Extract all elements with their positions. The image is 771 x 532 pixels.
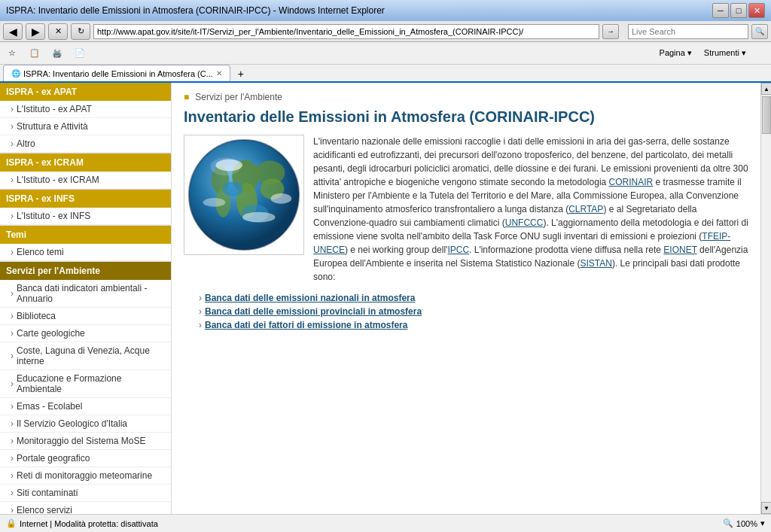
breadcrumb-separator: ■: [184, 92, 189, 102]
banca-dati-provinciali-link[interactable]: Banca dati delle emissioni provinciali i…: [205, 306, 422, 317]
svg-point-14: [211, 158, 241, 176]
body-text-5: ) e nei working group dell': [345, 245, 447, 255]
zoom-level: 100%: [736, 519, 757, 528]
sidebar-item-monitoraggio-mose[interactable]: Monitoraggio del Sistema MoSE: [0, 433, 171, 450]
tab-favicon: 🌐: [11, 69, 20, 78]
sidebar-item-siti-contaminati[interactable]: Siti contaminati: [0, 485, 171, 502]
clrtap-link[interactable]: CLRTAP: [568, 204, 603, 214]
tab-bar: 🌐 ISPRA: Inventario delle Emissioni in A…: [0, 65, 771, 83]
back-button[interactable]: ◀: [3, 23, 23, 40]
content-links: Banca dati delle emissioni nazionali in …: [199, 293, 748, 330]
address-bar: ◀ ▶ ✕ ↻ → 🔍: [0, 21, 771, 42]
sidebar-item-emas[interactable]: Emas - Ecolabel: [0, 398, 171, 415]
forward-button[interactable]: ▶: [26, 23, 45, 40]
corinair-link[interactable]: CORINAIR: [609, 177, 654, 187]
sidebar-item-istituto-icram[interactable]: L'Istituto - ex ICRAM: [0, 172, 171, 189]
sidebar-item-elenco-servizi[interactable]: Elenco servizi: [0, 502, 171, 514]
breadcrumb: ■ Servizi per l'Ambiente: [184, 92, 748, 102]
content-image: [184, 135, 304, 255]
sidebar-item-reti-monitoraggio[interactable]: Reti di monitoraggio meteomarine: [0, 467, 171, 485]
sidebar-item-elenco-temi[interactable]: Elenco temi: [0, 244, 171, 261]
sidebar-item-struttura[interactable]: Struttura e Attività: [0, 118, 171, 135]
content-text: L'inventario nazionale delle emissioni r…: [313, 135, 748, 284]
sidebar-item-coste[interactable]: Coste, Laguna di Venezia, Acque interne: [0, 342, 171, 370]
strumenti-button[interactable]: Strumenti ▾: [699, 44, 751, 62]
sidebar-item-biblioteca[interactable]: Biblioteca: [0, 308, 171, 325]
sidebar-section-temi: Temi Elenco temi: [0, 226, 171, 262]
sidebar-header-icram-label: ISPRA - ex ICRAM: [6, 157, 84, 168]
scroll-down-arrow[interactable]: ▼: [761, 502, 771, 514]
svg-point-13: [271, 193, 292, 204]
status-right: 🔍 100% ▾: [723, 518, 765, 528]
sidebar-header-infs-label: ISPRA - ex INFS: [6, 193, 75, 204]
sidebar-header-servizi[interactable]: Servizi per l'Ambiente: [0, 262, 171, 280]
sidebar-item-servizio-geologico[interactable]: Il Servizio Geologico d'Italia: [0, 415, 171, 433]
sistan-link[interactable]: SISTAN: [580, 258, 611, 269]
zoom-icon: 🔍: [723, 518, 733, 528]
svg-point-12: [203, 198, 226, 207]
go-button[interactable]: →: [602, 24, 619, 39]
earth-globe-image: [184, 135, 303, 254]
title-bar: ISPRA: Inventario delle Emissioni in Atm…: [0, 0, 771, 21]
toolbar-icon3[interactable]: 📄: [69, 44, 90, 62]
body-text-6: . L'informazione prodotta viene diffusa …: [469, 245, 663, 255]
page-wrapper: ISPRA - ex APAT L'Istituto - ex APAT Str…: [0, 83, 771, 514]
refresh-button[interactable]: ↻: [71, 23, 90, 40]
zoom-dropdown[interactable]: ▾: [760, 518, 765, 528]
browser-area: ISPRA - ex APAT L'Istituto - ex APAT Str…: [0, 83, 771, 514]
sidebar-item-altro[interactable]: Altro: [0, 135, 171, 153]
status-left: 🔒 Internet | Modalità protetta: disattiv…: [6, 518, 158, 528]
toolbar: ☆ 📋 🖨️ 📄 Pagina ▾ Strumenti ▾: [0, 42, 771, 65]
search-button[interactable]: 🔍: [751, 24, 768, 39]
ipcc-link[interactable]: IPCC: [447, 245, 469, 255]
sidebar-header-apat[interactable]: ISPRA - ex APAT: [0, 83, 171, 101]
sidebar-section-icram: ISPRA - ex ICRAM L'Istituto - ex ICRAM: [0, 154, 171, 190]
search-input[interactable]: [628, 24, 748, 39]
new-tab-button[interactable]: +: [233, 66, 248, 81]
sidebar-header-temi[interactable]: Temi: [0, 226, 171, 244]
main-content: ■ Servizi per l'Ambiente Inventario dell…: [172, 83, 760, 514]
toolbar-icon2[interactable]: 🖨️: [47, 44, 68, 62]
page-title: Inventario delle Emissioni in Atmosfera …: [184, 108, 748, 126]
banca-dati-nazionali-link[interactable]: Banca dati delle emissioni nazionali in …: [205, 293, 415, 303]
sidebar-item-educazione[interactable]: Educazione e Formazione Ambientale: [0, 370, 171, 398]
maximize-button[interactable]: □: [730, 3, 747, 18]
address-input[interactable]: [93, 24, 599, 39]
svg-point-11: [242, 212, 275, 223]
toolbar-icon1[interactable]: 📋: [24, 44, 45, 62]
tab-label: ISPRA: Inventario delle Emissioni in Atm…: [23, 69, 213, 78]
favorites-button[interactable]: ☆: [3, 44, 23, 62]
sidebar-item-istituto-infs[interactable]: L'Istituto - ex INFS: [0, 208, 171, 225]
breadcrumb-text[interactable]: Servizi per l'Ambiente: [195, 92, 282, 102]
scrollbar[interactable]: ▲ ▼: [760, 83, 771, 514]
banca-dati-fattori-link[interactable]: Banca dati dei fattori di emissione in a…: [205, 320, 407, 330]
window-controls: ─ □ ✕: [712, 3, 765, 18]
scroll-up-arrow[interactable]: ▲: [761, 83, 771, 95]
sidebar-header-icram[interactable]: ISPRA - ex ICRAM: [0, 154, 171, 172]
status-text: Internet | Modalità protetta: disattivat…: [20, 519, 158, 528]
unfccc-link[interactable]: UNFCCC: [505, 217, 544, 228]
tab-close-button[interactable]: ✕: [216, 69, 222, 78]
sidebar: ISPRA - ex APAT L'Istituto - ex APAT Str…: [0, 83, 172, 514]
sidebar-section-apat: ISPRA - ex APAT L'Istituto - ex APAT Str…: [0, 83, 171, 154]
minimize-button[interactable]: ─: [712, 3, 729, 18]
link-item-2: Banca dati dei fattori di emissione in a…: [199, 320, 748, 330]
sidebar-item-banca-dati-indicatori[interactable]: Banca dati indicatori ambientali - Annua…: [0, 280, 171, 308]
sidebar-header-temi-label: Temi: [6, 230, 26, 240]
sidebar-item-portale-geografico[interactable]: Portale geografico: [0, 450, 171, 467]
stop-button[interactable]: ✕: [48, 23, 68, 40]
pagina-button[interactable]: Pagina ▾: [654, 44, 697, 62]
sidebar-item-carte-geologiche[interactable]: Carte geologiche: [0, 325, 171, 342]
sidebar-item-istituto-apat[interactable]: L'Istituto - ex APAT: [0, 101, 171, 118]
eionet-link[interactable]: EIONET: [663, 245, 696, 255]
sidebar-section-infs: ISPRA - ex INFS L'Istituto - ex INFS: [0, 190, 171, 226]
window-title: ISPRA: Inventario delle Emissioni in Atm…: [6, 5, 385, 16]
scroll-thumb[interactable]: [762, 96, 771, 134]
content-body: L'inventario nazionale delle emissioni r…: [184, 135, 748, 284]
close-button[interactable]: ✕: [748, 3, 765, 18]
sidebar-header-apat-label: ISPRA - ex APAT: [6, 87, 77, 97]
svg-point-8: [222, 181, 243, 196]
active-tab[interactable]: 🌐 ISPRA: Inventario delle Emissioni in A…: [3, 65, 230, 81]
sidebar-header-infs[interactable]: ISPRA - ex INFS: [0, 190, 171, 208]
status-bar: 🔒 Internet | Modalità protetta: disattiv…: [0, 514, 771, 532]
